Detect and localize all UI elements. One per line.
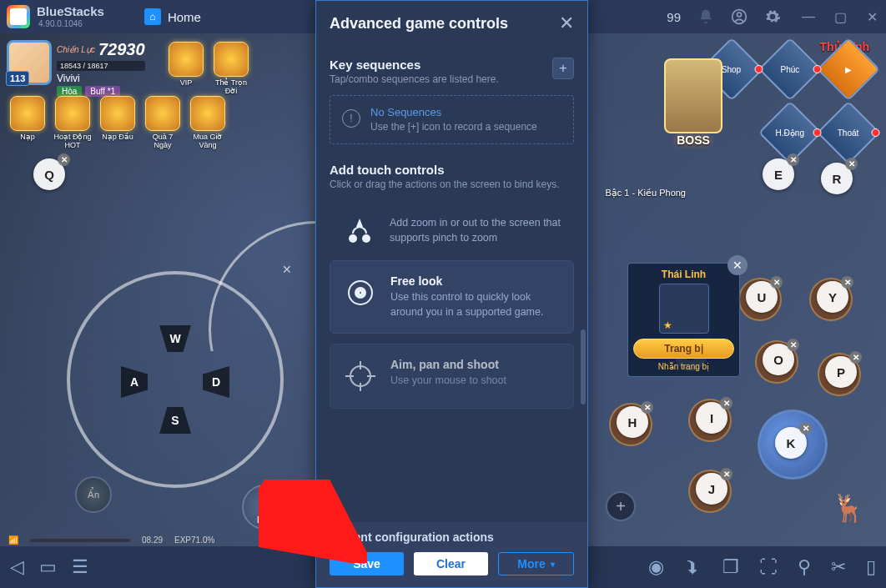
thetron-button[interactable]: Thẻ Trọn Đời — [212, 42, 250, 95]
player-name: Vivivi — [57, 73, 145, 84]
more-button[interactable]: More — [498, 552, 574, 575]
plus-skill-button[interactable]: + — [606, 491, 636, 521]
battery-bar — [30, 539, 130, 542]
aim-text: Use your mouse to shoot — [390, 374, 506, 389]
tooltip-title: Thái Linh — [633, 269, 734, 280]
tab-home[interactable]: ⌂ Home — [129, 0, 216, 33]
power-value: 72930 — [98, 40, 145, 59]
key-o[interactable]: O✕ — [763, 344, 794, 375]
tab-home-label: Home — [168, 10, 201, 24]
key-close-icon[interactable]: ✕ — [58, 153, 70, 166]
close-button[interactable]: ✕ — [864, 9, 879, 25]
aim-control-card[interactable]: Aim, pan and shoot Use your mouse to sho… — [330, 344, 574, 409]
tooltip-close-icon[interactable]: ✕ — [727, 255, 748, 275]
freelook-title: Free look — [390, 274, 561, 288]
dpad-d[interactable]: D — [203, 366, 229, 398]
ban-button[interactable]: Bạn — [242, 485, 287, 530]
svg-point-2 — [349, 234, 357, 243]
dpad-s[interactable]: S — [159, 407, 191, 434]
exp-label: EXP71.0% — [174, 535, 214, 545]
svg-point-1 — [737, 13, 742, 17]
key-i[interactable]: I✕ — [696, 402, 727, 434]
napdau-button[interactable]: Nạp Đầu — [98, 96, 137, 149]
boss-display[interactable]: BOSS — [660, 58, 727, 147]
muagio-button[interactable]: Mua Giờ Vàng — [189, 96, 227, 149]
key-h[interactable]: H✕ — [617, 406, 648, 438]
mount-icon[interactable]: 🦌 — [832, 492, 873, 534]
freelook-text: Use this control to quickly look around … — [390, 290, 561, 319]
cursor-icon[interactable]: ⮯ — [684, 556, 702, 578]
titlebar-text-clipped: 99 — [667, 10, 681, 24]
hoatdong-button[interactable]: Hoạt Động HOT — [53, 96, 92, 149]
key-j[interactable]: J✕ — [696, 473, 727, 505]
minimize-button[interactable]: — — [801, 9, 816, 25]
key-sequences-title: Key sequences — [330, 58, 552, 72]
recents-icon[interactable]: ☰ — [72, 556, 88, 578]
location-icon[interactable]: ⚲ — [798, 556, 811, 578]
power-sub-stat: 18543 / 18617 — [57, 61, 145, 71]
tooltip-footer: Nhẫn trang bị — [633, 362, 734, 371]
add-sequence-button[interactable]: + — [552, 58, 574, 79]
boss-label: BOSS — [660, 133, 727, 147]
vip-button[interactable]: VIP — [167, 42, 205, 95]
right-menu-col2: Phúc H.Động — [761, 40, 819, 162]
touch-controls-sub: Click or drag the actions on the screen … — [330, 178, 574, 190]
home-nav-icon[interactable]: ▭ — [39, 556, 57, 578]
scissors-icon[interactable]: ✂ — [831, 556, 846, 578]
an-button[interactable]: Ẩn — [75, 476, 112, 513]
gear-icon[interactable] — [764, 8, 781, 25]
key-u[interactable]: U✕ — [746, 281, 778, 313]
no-seq-text: Use the [+] icon to record a sequence — [370, 120, 537, 133]
zoom-control-card[interactable]: Add zoom in or out to the screen that su… — [330, 200, 574, 250]
svg-point-3 — [362, 234, 370, 243]
bell-icon[interactable] — [697, 8, 714, 25]
tudo-button[interactable]: ▶ — [817, 38, 880, 101]
crosshair-icon — [342, 358, 379, 395]
app-title-block: BlueStacks 4.90.0.1046 — [37, 5, 104, 28]
touch-controls-title: Add touch controls — [330, 163, 574, 177]
no-seq-title: No Sequences — [370, 106, 537, 118]
advanced-controls-modal: Advanced game controls ✕ Key sequences T… — [315, 0, 588, 588]
account-icon[interactable] — [731, 8, 748, 25]
player-hud: 113 Chiến Lực 72930 18543 / 18617 Vivivi… — [7, 40, 145, 97]
freelook-icon — [342, 274, 379, 311]
tooltip-equip-button[interactable]: Trang bị — [633, 339, 734, 359]
qua7-button[interactable]: Quà 7 Ngày — [143, 96, 182, 149]
maximize-button[interactable]: ▢ — [833, 9, 848, 25]
scrollbar-thumb[interactable] — [581, 329, 586, 405]
app-version: 4.90.0.1046 — [38, 19, 104, 28]
pinch-zoom-icon — [341, 214, 378, 250]
key-y[interactable]: Y✕ — [817, 281, 848, 313]
hud-icons-row: Nạp Hoạt Động HOT Nạp Đầu Quà 7 Ngày Mua… — [8, 96, 227, 149]
thoat-button[interactable]: Thoát — [817, 101, 880, 164]
freelook-control-card[interactable]: Free look Use this control to quickly lo… — [330, 260, 574, 334]
key-k[interactable]: K✕ — [775, 427, 807, 459]
back-icon[interactable]: ◁ — [10, 556, 24, 578]
key-p[interactable]: P✕ — [825, 356, 857, 388]
phuc-button[interactable]: Phúc — [758, 38, 822, 101]
key-q[interactable]: Q✕ — [33, 158, 65, 190]
eye-icon[interactable]: ◉ — [648, 556, 664, 578]
info-icon: ! — [342, 109, 360, 128]
save-button[interactable]: Save — [330, 552, 404, 575]
tabs: ⌂ Home — [129, 0, 216, 33]
system-icons — [697, 8, 781, 25]
modal-close-icon[interactable]: ✕ — [559, 13, 574, 34]
power-label: Chiến Lực — [57, 45, 95, 54]
nap-button[interactable]: Nạp — [8, 96, 47, 149]
rotate-icon[interactable]: ▯ — [866, 556, 876, 578]
player-avatar[interactable]: 113 — [7, 40, 52, 85]
fullscreen-icon[interactable]: ⛶ — [759, 556, 778, 578]
window-controls: — ▢ ✕ — [801, 9, 879, 25]
footer-title: Current configuration actions — [330, 530, 574, 544]
time-label: 08.29 — [142, 535, 163, 545]
dpad-a[interactable]: A — [121, 366, 148, 398]
multi-window-icon[interactable]: ❐ — [722, 556, 739, 578]
key-e[interactable]: E✕ — [763, 158, 794, 190]
key-r[interactable]: R✕ — [821, 163, 853, 194]
tooltip-item-icon — [659, 284, 709, 334]
bac-label: Bậc 1 - Kiều Phong — [605, 188, 686, 199]
bluestacks-logo-icon — [7, 5, 30, 28]
clear-button[interactable]: Clear — [414, 552, 488, 575]
dpad-w[interactable]: W — [159, 325, 191, 352]
